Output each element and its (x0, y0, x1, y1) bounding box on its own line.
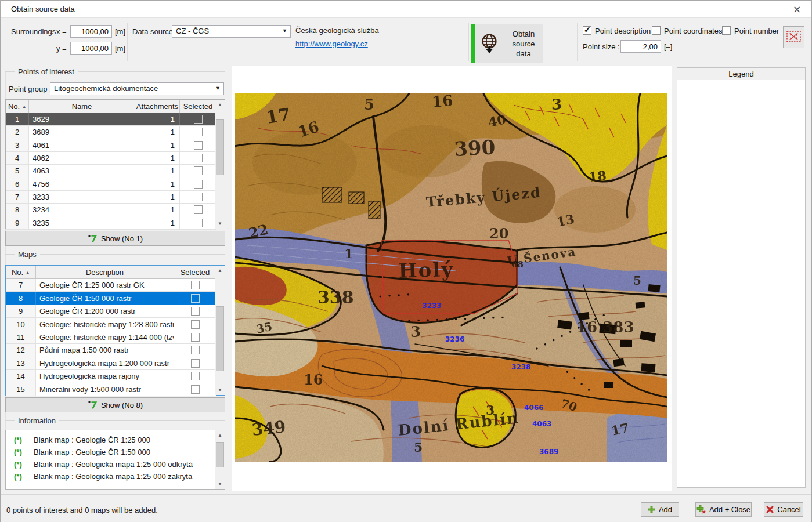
point-number-checkbox[interactable] (722, 26, 731, 35)
selected-checkbox[interactable] (194, 180, 203, 188)
points-table-row[interactable]: 236891 (6, 126, 216, 139)
row-attachments: 1 (135, 165, 180, 177)
points-col-attachments[interactable]: Attachments (135, 100, 180, 113)
maps-col-no[interactable]: No.▲ (6, 266, 36, 278)
maps-table-row[interactable]: 10Geologie: historické mapy 1:28 800 ras… (6, 318, 216, 331)
add-button[interactable]: Add (641, 502, 679, 517)
scroll-thumb[interactable] (216, 442, 224, 467)
show-point-button[interactable]: Show (No 1) (5, 231, 225, 246)
sort-asc-icon: ▲ (26, 270, 30, 274)
maps-table-row[interactable]: 11Geologie: historické mapy 1:144 000 (t… (6, 331, 216, 344)
scroll-up-icon[interactable]: ▲ (215, 430, 225, 440)
selected-checkbox[interactable] (191, 372, 200, 380)
points-table-row[interactable]: 340611 (6, 139, 216, 152)
point-description-checkbox[interactable] (583, 26, 591, 35)
row-no: 6 (6, 177, 29, 190)
maps-col-description[interactable]: Description (36, 266, 174, 278)
selected-checkbox[interactable] (194, 205, 203, 214)
scroll-down-icon[interactable]: ▼ (215, 385, 225, 395)
point-size-input[interactable] (620, 40, 661, 53)
row-attachments: 1 (135, 216, 180, 229)
scroll-thumb[interactable] (216, 306, 224, 371)
maps-table-row[interactable]: 8Geologie ČR 1:50 000 rastr (6, 292, 216, 304)
points-table-row[interactable]: 832341 (6, 204, 216, 216)
map-unit-number: 5 (633, 274, 641, 288)
point-group-label: Point group : (9, 85, 52, 93)
selected-checkbox[interactable] (194, 193, 203, 201)
selected-checkbox[interactable] (194, 166, 203, 175)
row-attachments: 1 (135, 113, 180, 125)
row-description: Geologie: historické mapy 1:144 000 (tzv… (36, 331, 174, 343)
scroll-up-icon[interactable]: ▲ (215, 100, 225, 110)
scroll-up-icon[interactable]: ▲ (215, 266, 225, 276)
selected-checkbox[interactable] (194, 115, 203, 124)
row-name: 3629 (29, 113, 135, 125)
points-table-row[interactable]: 440621 (6, 152, 216, 165)
show-icon (88, 400, 97, 409)
information-scrollbar[interactable]: ▲ ▼ (215, 430, 225, 489)
point-group-value: Litogeochemická dokumentace (54, 84, 158, 93)
selected-checkbox[interactable] (191, 333, 200, 342)
close-icon[interactable]: × (785, 1, 809, 17)
selected-checkbox[interactable] (194, 141, 203, 150)
selected-checkbox[interactable] (191, 294, 200, 303)
maps-table-row[interactable]: 7Geologie ČR 1:25 000 rastr GK (6, 279, 216, 292)
maps-table-row[interactable]: 13Hydrogeologická mapa 1:200 000 rastr (6, 357, 216, 370)
cancel-button[interactable]: Cancel (764, 502, 803, 517)
points-table-row[interactable]: 647561 (6, 177, 216, 190)
maps-table-row[interactable]: 14Hydrogeologická mapa rajony (6, 370, 216, 383)
points-table-row[interactable]: 732331 (6, 191, 216, 204)
globe-download-icon (479, 32, 500, 55)
maps-table-row[interactable]: 15Minerálni vody 1:500 000 rastr (6, 383, 216, 396)
zoom-extents-button[interactable] (783, 26, 804, 48)
legend-header: Legend (677, 67, 806, 81)
row-no: 7 (6, 279, 36, 291)
selected-checkbox[interactable] (191, 359, 200, 368)
obtain-source-data-button[interactable]: Obtain source data (471, 24, 543, 63)
dialog-title: Obtain source data (11, 5, 75, 13)
maps-table-row[interactable]: 12Půdní mapa 1:50 000 rastr (6, 344, 216, 357)
show-map-button[interactable]: Show (No 8) (5, 397, 225, 412)
information-item: (*)Blank map : Geologická mapa 1:25 000 … (6, 458, 225, 470)
data-source-combo[interactable]: CZ - ČGS ▼ (172, 25, 291, 38)
row-no: 15 (6, 383, 36, 396)
selected-checkbox[interactable] (194, 219, 203, 227)
points-table-row[interactable]: 932351 (6, 216, 216, 229)
map-unit-number: 16 (431, 93, 454, 111)
selected-checkbox[interactable] (191, 385, 200, 394)
selected-checkbox[interactable] (191, 346, 200, 354)
point-group-combo[interactable]: Litogeochemická dokumentace ▼ (50, 82, 224, 95)
selected-checkbox[interactable] (194, 128, 203, 136)
maps-col-selected[interactable]: Selected (174, 266, 216, 278)
add-close-button[interactable]: Add + Close (695, 502, 752, 517)
scroll-down-icon[interactable]: ▼ (215, 479, 225, 489)
surroundings-x-input[interactable] (70, 25, 112, 38)
info-text: Blank map : Geologie ČR 1:25 000 (34, 434, 150, 446)
maps-table-row[interactable]: 9Geologie ČR 1:200 000 rastr (6, 305, 216, 318)
obtain-label-line1: Obtain (504, 29, 543, 39)
map-viewport[interactable]: 17165163904032220113183383531616 3833349… (235, 93, 667, 462)
info-text: Blank map : Geologická mapa 1:25 000 odk… (34, 458, 193, 470)
points-table-row[interactable]: 136291 (6, 113, 216, 126)
selected-checkbox[interactable] (191, 307, 200, 316)
points-col-name[interactable]: Name (29, 100, 135, 113)
points-col-selected[interactable]: Selected (180, 100, 216, 113)
row-description: Geologie ČR 1:25 000 rastr GK (36, 279, 174, 291)
selected-checkbox[interactable] (194, 154, 203, 162)
data-source-label: Data source : (132, 27, 177, 36)
selected-checkbox[interactable] (191, 320, 200, 329)
scroll-thumb[interactable] (216, 119, 224, 175)
selected-checkbox[interactable] (191, 281, 200, 289)
point-coordinates-checkbox[interactable] (652, 26, 661, 35)
maps-table: No.▲ Description Selected 7Geologie ČR 1… (5, 265, 225, 396)
points-col-no[interactable]: No.▲ (6, 100, 29, 113)
provider-name: Česká geologická služba (295, 26, 379, 35)
scroll-down-icon[interactable]: ▼ (215, 219, 225, 229)
points-scrollbar[interactable]: ▲ ▼ (215, 100, 225, 229)
map-unit-number: 16 (304, 371, 323, 388)
surroundings-y-input[interactable] (70, 42, 112, 55)
map-point-label: 4063 (532, 420, 551, 428)
maps-scrollbar[interactable]: ▲ ▼ (215, 266, 225, 395)
provider-link[interactable]: http://www.geology.cz (295, 39, 368, 48)
points-table-row[interactable]: 540631 (6, 165, 216, 177)
